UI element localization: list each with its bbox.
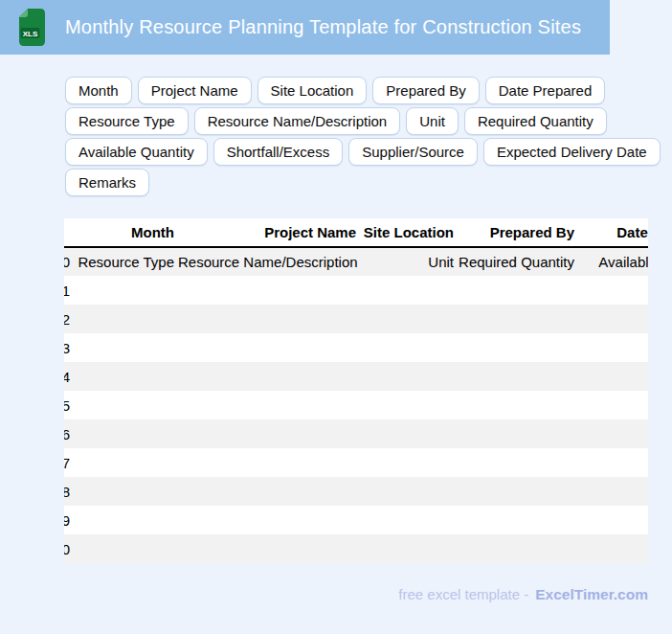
row-index: 5 [64,391,72,419]
field-chip-date-prepared[interactable]: Date Prepared [485,77,606,104]
table-cell [456,534,576,563]
table-cell [576,391,648,419]
table-cell [72,534,176,563]
field-chip-unit[interactable]: Unit [406,107,459,135]
table-cell [72,333,176,362]
table-cell: Unit [358,247,456,276]
table-cell [456,333,576,362]
table-cell [576,333,648,362]
row-index: 6 [64,419,72,448]
footer-brand-link[interactable]: ExcelTimer.com [535,586,648,603]
field-chip-month[interactable]: Month [65,77,132,104]
table-cell [176,391,358,419]
column-header-date-prepared: Date Prepared [576,218,648,247]
table-cell [72,276,176,305]
table-cell [576,506,648,534]
table-row: 4 [64,362,648,391]
field-chip-remarks[interactable]: Remarks [65,169,149,196]
sheet-header: MonthProject NameSite LocationPrepared B… [64,218,648,247]
table-cell [358,305,456,333]
table-cell [456,362,576,391]
table-cell [576,419,648,448]
table-row: 2 [64,305,648,333]
table-row: 9 [64,506,648,534]
sheet-header-row: MonthProject NameSite LocationPrepared B… [64,218,648,247]
header-bar: XLS Monthly Resource Planning Template f… [0,0,610,55]
table-cell [358,391,456,419]
table-cell [72,305,176,333]
table-row: 0Resource TypeResource Name/DescriptionU… [64,247,648,276]
field-chip-required-quantity[interactable]: Required Quantity [464,107,607,135]
sheet-table: MonthProject NameSite LocationPrepared B… [64,218,648,563]
table-row: 7 [64,448,648,477]
footer: free excel template - ExcelTimer.com [398,586,648,603]
table-cell [456,391,576,419]
table-cell [176,477,358,506]
table-row: 1 [64,276,648,305]
table-cell: Required Quantity [456,247,576,276]
table-cell [358,506,456,534]
table-cell [358,419,456,448]
table-cell [176,419,358,448]
table-cell [358,333,456,362]
row-index: 2 [64,305,72,333]
table-cell [358,362,456,391]
table-cell [576,448,648,477]
row-index: 10 [64,534,72,563]
page-title: Monthly Resource Planning Template for C… [65,16,581,38]
table-cell [176,362,358,391]
column-header-month: Month [72,218,176,247]
table-cell [176,333,358,362]
field-chip-available-quantity[interactable]: Available Quantity [65,138,208,166]
column-header-project-name: Project Name [176,218,358,247]
xls-file-icon: XLS [19,9,45,46]
field-chip-site-location[interactable]: Site Location [258,77,368,104]
row-index: 9 [64,506,72,534]
field-chip-prepared-by[interactable]: Prepared By [372,77,479,104]
table-cell: Resource Type [72,247,176,276]
field-chip-resource-type[interactable]: Resource Type [65,107,189,135]
table-cell [72,448,176,477]
row-index: 0 [64,247,72,276]
table-cell [72,362,176,391]
chip-row: Resource TypeResource Name/DescriptionUn… [65,107,661,135]
table-cell [358,448,456,477]
row-index: 3 [64,333,72,362]
table-row: 8 [64,477,648,506]
row-index: 1 [64,276,72,305]
page: XLS Monthly Resource Planning Template f… [0,0,672,634]
table-cell [358,477,456,506]
field-chip-resource-name-description[interactable]: Resource Name/Description [194,107,401,135]
chip-row: MonthProject NameSite LocationPrepared B… [65,77,661,104]
row-index: 4 [64,362,72,391]
sheet-body: 0Resource TypeResource Name/DescriptionU… [64,247,648,563]
table-cell [456,448,576,477]
table-cell [456,477,576,506]
field-chip-shortfall-excess[interactable]: Shortfall/Excess [213,138,344,166]
column-header-prepared-by: Prepared By [456,218,576,247]
table-cell [358,534,456,563]
table-cell [72,391,176,419]
table-cell [576,362,648,391]
table-cell [456,419,576,448]
table-cell [176,448,358,477]
table-cell [456,506,576,534]
field-chip-expected-delivery-date[interactable]: Expected Delivery Date [483,138,661,166]
table-cell [576,305,648,333]
table-cell [72,419,176,448]
field-chip-supplier-source[interactable]: Supplier/Source [348,138,478,166]
table-cell [176,506,358,534]
table-cell [576,477,648,506]
table-row: 5 [64,391,648,419]
field-chip-project-name[interactable]: Project Name [138,77,252,104]
table-cell [456,276,576,305]
table-cell: Available Quantity [576,247,648,276]
column-header-site-location: Site Location [358,218,456,247]
table-row: 3 [64,333,648,362]
spreadsheet-preview: MonthProject NameSite LocationPrepared B… [64,218,648,563]
field-chips: MonthProject NameSite LocationPrepared B… [65,77,661,196]
footer-text: free excel template - [398,586,528,602]
table-cell [358,276,456,305]
table-cell: Resource Name/Description [176,247,358,276]
row-index: 8 [64,477,72,506]
